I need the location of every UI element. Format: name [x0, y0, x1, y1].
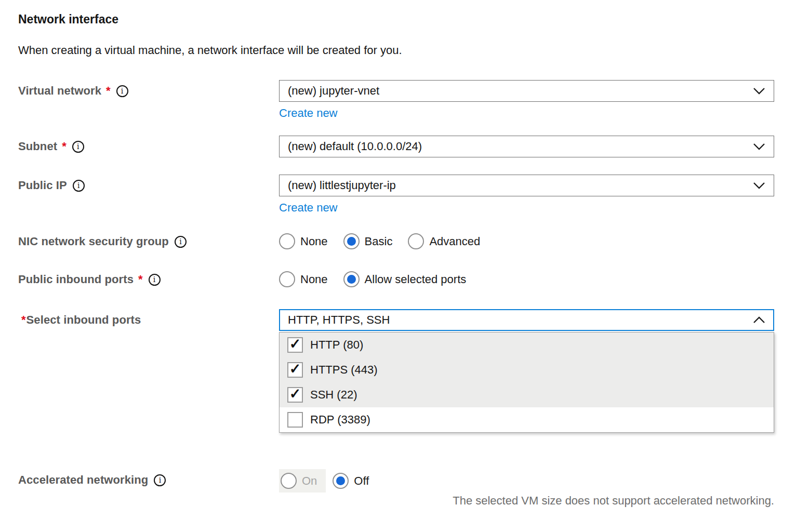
radio-circle-selected-icon: [333, 473, 349, 489]
required-asterisk: *: [106, 84, 111, 98]
radio-circle-icon: [408, 233, 424, 249]
create-new-virtual-network-link[interactable]: Create new: [279, 107, 338, 120]
checkmark-icon: ✓: [289, 337, 301, 351]
public-ip-label-group: Public IP i: [18, 175, 279, 192]
info-icon[interactable]: i: [149, 274, 161, 286]
public-inbound-ports-radio-allow-selected[interactable]: Allow selected ports: [343, 271, 467, 287]
info-icon[interactable]: i: [116, 85, 128, 97]
accelerated-networking-label-group: Accelerated networking i: [18, 469, 279, 487]
chevron-up-icon: [753, 316, 765, 324]
select-inbound-ports-label: Select inbound ports: [26, 313, 141, 327]
info-icon[interactable]: i: [154, 474, 166, 486]
field-row-select-inbound-ports: * Select inbound ports HTTP, HTTPS, SSH …: [18, 309, 774, 433]
radio-label: On: [302, 474, 317, 488]
inbound-port-option-ssh[interactable]: ✓ SSH (22): [280, 382, 774, 407]
radio-circle-selected-icon: [343, 271, 360, 287]
field-row-nic-nsg: NIC network security group i None Basic …: [18, 233, 774, 249]
radio-circle-icon: [279, 233, 295, 249]
radio-label: Off: [354, 474, 369, 488]
accelerated-networking-radio-on: On: [281, 473, 317, 489]
subnet-value: (new) default (10.0.0.0/24): [288, 140, 422, 153]
accelerated-networking-radio-off[interactable]: Off: [333, 473, 369, 489]
field-row-accelerated-networking: Accelerated networking i On Off: [18, 469, 774, 493]
inbound-ports-listbox: ✓ HTTP (80) ✓ HTTPS (443) ✓ SSH (22) RDP…: [279, 332, 774, 433]
checkmark-icon: ✓: [289, 387, 301, 401]
radio-label: Allow selected ports: [365, 273, 467, 286]
field-row-public-ip: Public IP i (new) littlestjupyter-ip Cre…: [18, 175, 774, 215]
inbound-port-option-https[interactable]: ✓ HTTPS (443): [280, 357, 774, 382]
nic-nsg-radio-group: None Basic Advanced: [279, 233, 774, 249]
radio-label: None: [300, 235, 328, 248]
page-title: Network interface: [18, 12, 774, 26]
nic-nsg-radio-basic[interactable]: Basic: [343, 233, 393, 249]
inbound-port-option-rdp[interactable]: RDP (3389): [280, 407, 774, 432]
chevron-down-icon: [753, 87, 765, 95]
public-inbound-ports-label-group: Public inbound ports * i: [18, 271, 279, 286]
info-icon[interactable]: i: [175, 236, 187, 248]
field-row-virtual-network: Virtual network * i (new) jupyter-vnet C…: [18, 80, 774, 120]
option-label: HTTP (80): [310, 338, 363, 352]
info-icon[interactable]: i: [73, 180, 85, 192]
option-label: RDP (3389): [310, 413, 370, 427]
virtual-network-label-group: Virtual network * i: [18, 80, 279, 98]
accelerated-networking-toggle: On Off: [279, 469, 774, 493]
public-inbound-ports-label: Public inbound ports: [18, 273, 134, 286]
required-asterisk: *: [62, 140, 67, 153]
chevron-down-icon: [753, 143, 765, 150]
radio-label: None: [300, 273, 328, 286]
radio-label: Advanced: [429, 235, 480, 248]
nic-nsg-radio-none[interactable]: None: [279, 233, 328, 249]
public-ip-label: Public IP: [18, 179, 67, 192]
select-inbound-ports-combobox[interactable]: HTTP, HTTPS, SSH: [279, 309, 774, 331]
required-asterisk: *: [21, 313, 26, 327]
page-description: When creating a virtual machine, a netwo…: [18, 44, 774, 57]
info-icon[interactable]: i: [72, 141, 84, 153]
checkmark-icon: ✓: [289, 362, 301, 376]
select-inbound-ports-value: HTTP, HTTPS, SSH: [288, 313, 390, 327]
radio-circle-disabled-icon: [281, 473, 297, 489]
nic-nsg-label-group: NIC network security group i: [18, 233, 279, 248]
radio-circle-selected-icon: [343, 233, 360, 249]
field-row-subnet: Subnet * i (new) default (10.0.0.0/24): [18, 136, 774, 157]
option-label: HTTPS (443): [310, 363, 378, 377]
nic-nsg-label: NIC network security group: [18, 235, 169, 248]
inbound-port-option-http[interactable]: ✓ HTTP (80): [280, 332, 774, 357]
field-row-public-inbound-ports: Public inbound ports * i None Allow sele…: [18, 271, 774, 287]
checkbox-checked-icon[interactable]: ✓: [287, 362, 303, 378]
virtual-network-select[interactable]: (new) jupyter-vnet: [279, 80, 774, 102]
checkbox-checked-icon[interactable]: ✓: [287, 387, 303, 403]
select-inbound-ports-label-group: * Select inbound ports: [18, 309, 279, 327]
virtual-network-label: Virtual network: [18, 84, 101, 98]
subnet-label: Subnet: [18, 140, 57, 153]
accelerated-networking-note: The selected VM size does not support ac…: [18, 494, 774, 508]
public-inbound-ports-radio-group: None Allow selected ports: [279, 271, 774, 287]
accelerated-networking-label: Accelerated networking: [18, 473, 148, 487]
radio-label: Basic: [365, 235, 393, 248]
subnet-select[interactable]: (new) default (10.0.0.0/24): [279, 136, 774, 157]
checkbox-unchecked-icon[interactable]: [287, 412, 303, 428]
radio-circle-icon: [279, 271, 295, 287]
checkbox-checked-icon[interactable]: ✓: [287, 337, 303, 353]
create-new-public-ip-link[interactable]: Create new: [279, 201, 338, 215]
subnet-label-group: Subnet * i: [18, 136, 279, 153]
public-inbound-ports-radio-none[interactable]: None: [279, 271, 328, 287]
virtual-network-value: (new) jupyter-vnet: [288, 84, 379, 98]
option-label: SSH (22): [310, 388, 357, 402]
nic-nsg-radio-advanced[interactable]: Advanced: [408, 233, 480, 249]
public-ip-select[interactable]: (new) littlestjupyter-ip: [279, 175, 774, 196]
public-ip-value: (new) littlestjupyter-ip: [288, 179, 396, 192]
required-asterisk: *: [138, 273, 143, 286]
chevron-down-icon: [753, 182, 765, 189]
disabled-option-chip: On: [279, 469, 326, 493]
